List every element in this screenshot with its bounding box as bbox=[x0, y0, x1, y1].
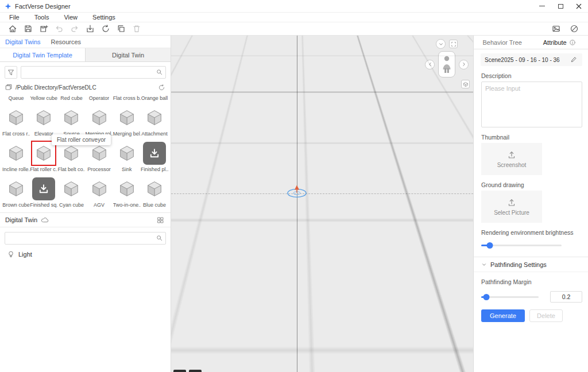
layout-grid-button[interactable] bbox=[155, 215, 165, 225]
edit-pencil-icon bbox=[570, 56, 577, 63]
brightness-slider-knob[interactable] bbox=[487, 242, 493, 249]
filter-button[interactable] bbox=[5, 66, 17, 79]
generate-button[interactable]: Generate bbox=[481, 309, 525, 322]
template-item[interactable]: Attachment bbox=[141, 104, 168, 140]
template-grid: Queue Yellow cube Re bbox=[2, 94, 168, 211]
pathfinding-settings-header[interactable]: Pathfinding Settings bbox=[474, 257, 588, 272]
tab-resources[interactable]: Resources bbox=[51, 38, 82, 45]
pathfinding-margin-input[interactable] bbox=[550, 291, 582, 303]
delete-button[interactable] bbox=[131, 24, 142, 34]
template-item[interactable]: Brown cube bbox=[2, 176, 30, 211]
pathfinding-margin-slider-knob[interactable] bbox=[483, 294, 490, 300]
close-button[interactable] bbox=[570, 0, 588, 12]
brightness-slider[interactable] bbox=[481, 242, 562, 249]
template-item[interactable]: Flat cross b... bbox=[113, 94, 141, 104]
refresh-button[interactable] bbox=[100, 24, 111, 34]
edit-scene-name-button[interactable] bbox=[569, 55, 578, 64]
menu-file[interactable]: File bbox=[9, 14, 20, 21]
chevron-left-icon bbox=[427, 61, 433, 67]
window-controls bbox=[533, 0, 588, 12]
template-item[interactable]: Orange ball bbox=[141, 94, 168, 104]
template-item[interactable]: Flat belt co... bbox=[57, 140, 85, 176]
template-item-label: Flat cross b... bbox=[113, 95, 141, 101]
brightness-label: Rendering environment brightness bbox=[481, 229, 582, 236]
template-item[interactable]: Incline rolle... bbox=[2, 140, 30, 176]
menu-tools[interactable]: Tools bbox=[34, 14, 49, 21]
description-input[interactable] bbox=[481, 82, 582, 127]
cube-small-icon bbox=[463, 82, 469, 87]
template-item[interactable]: Queue bbox=[2, 94, 30, 104]
description-label: Description bbox=[481, 72, 582, 79]
record-button[interactable] bbox=[568, 24, 580, 34]
template-item-label: Blue cube bbox=[143, 202, 166, 208]
template-item[interactable]: Flat roller c... bbox=[30, 140, 57, 176]
pathfinding-margin-slider[interactable] bbox=[481, 293, 539, 300]
person-view-avatar[interactable] bbox=[438, 51, 455, 78]
refresh-directory-button[interactable] bbox=[157, 82, 166, 92]
person-avatar-icon bbox=[441, 55, 452, 74]
save-button[interactable] bbox=[22, 24, 34, 34]
home-button[interactable] bbox=[7, 24, 18, 34]
template-item[interactable]: Sink bbox=[113, 140, 141, 176]
import-button[interactable] bbox=[84, 24, 96, 34]
template-item-label: Flat roller c... bbox=[30, 166, 57, 172]
undo-button[interactable] bbox=[53, 24, 65, 34]
copy-button[interactable] bbox=[115, 24, 127, 34]
template-item-label: Processor bbox=[87, 166, 111, 172]
template-item-label: Finished sq... bbox=[30, 202, 57, 208]
frame-button[interactable] bbox=[449, 40, 458, 48]
template-item-label: Orange ball bbox=[141, 95, 168, 101]
cube-icon bbox=[32, 106, 55, 129]
copy-icon bbox=[117, 24, 126, 33]
tree-item-light[interactable]: Light bbox=[0, 247, 171, 262]
tab-digital-twin[interactable]: Digital Twin bbox=[86, 48, 171, 61]
cube-view-button[interactable] bbox=[461, 80, 470, 88]
cube-icon bbox=[88, 106, 111, 129]
template-item[interactable]: Finished sq... bbox=[30, 176, 57, 211]
cube-icon bbox=[60, 142, 83, 165]
template-item[interactable]: Finished pl... bbox=[141, 140, 168, 176]
directory-path[interactable]: /Public Directory/FactVerseDLC bbox=[16, 84, 154, 91]
select-picture-button-label: Select Picture bbox=[494, 210, 529, 216]
select-picture-button[interactable]: Select Picture bbox=[481, 191, 542, 223]
screenshot-icon bbox=[551, 24, 561, 33]
template-item[interactable]: Cyan cube bbox=[57, 176, 85, 211]
tab-attribute[interactable]: Attribute bbox=[531, 36, 588, 49]
template-item[interactable]: AGV bbox=[86, 176, 113, 211]
template-item[interactable]: Merging bel... bbox=[113, 104, 141, 140]
rotate-right-button[interactable] bbox=[459, 60, 469, 69]
template-item[interactable]: Two-in-one... bbox=[113, 176, 141, 211]
delete-pathfinding-button[interactable]: Delete bbox=[529, 309, 563, 322]
viewport-3d[interactable] bbox=[171, 36, 473, 372]
left-panel-tabs: Digital Twins Resources bbox=[0, 36, 171, 48]
save-as-button[interactable] bbox=[38, 24, 49, 34]
redo-icon bbox=[70, 24, 79, 33]
template-item[interactable]: Yellow cube bbox=[30, 94, 57, 104]
cube-icon bbox=[32, 142, 55, 165]
tab-digital-twins[interactable]: Digital Twins bbox=[5, 38, 41, 45]
collapse-button[interactable] bbox=[436, 39, 446, 49]
template-item[interactable]: Blue cube bbox=[141, 176, 168, 211]
template-item[interactable]: Processor bbox=[86, 140, 113, 176]
maximize-button[interactable] bbox=[551, 0, 570, 12]
viewport-nav-widget bbox=[424, 39, 470, 91]
template-search-input[interactable] bbox=[21, 66, 166, 79]
cube-icon bbox=[60, 106, 83, 129]
minimize-icon bbox=[539, 6, 545, 6]
menu-settings[interactable]: Settings bbox=[92, 14, 115, 21]
tree-search-input[interactable] bbox=[5, 232, 166, 245]
chevron-down-icon bbox=[438, 41, 444, 47]
template-item[interactable]: Red cube bbox=[57, 94, 85, 104]
minimize-button[interactable] bbox=[533, 0, 551, 12]
tab-digital-twin-template[interactable]: Digital Twin Template bbox=[0, 48, 86, 61]
rotate-left-button[interactable] bbox=[425, 60, 435, 69]
template-item[interactable]: Operator bbox=[86, 94, 113, 104]
maximize-icon bbox=[558, 4, 563, 9]
screenshot-upload-button[interactable]: Screenshot bbox=[481, 143, 542, 175]
tab-behavior-tree[interactable]: Behavior Tree bbox=[474, 36, 531, 49]
template-item[interactable]: Flat cross r... bbox=[2, 104, 30, 140]
redo-button[interactable] bbox=[69, 24, 80, 34]
menu-view[interactable]: View bbox=[64, 14, 78, 21]
scene-name: Scene2025 - 09 - 16 - 10 - 36 bbox=[485, 57, 569, 63]
screenshot-button[interactable] bbox=[550, 24, 562, 34]
